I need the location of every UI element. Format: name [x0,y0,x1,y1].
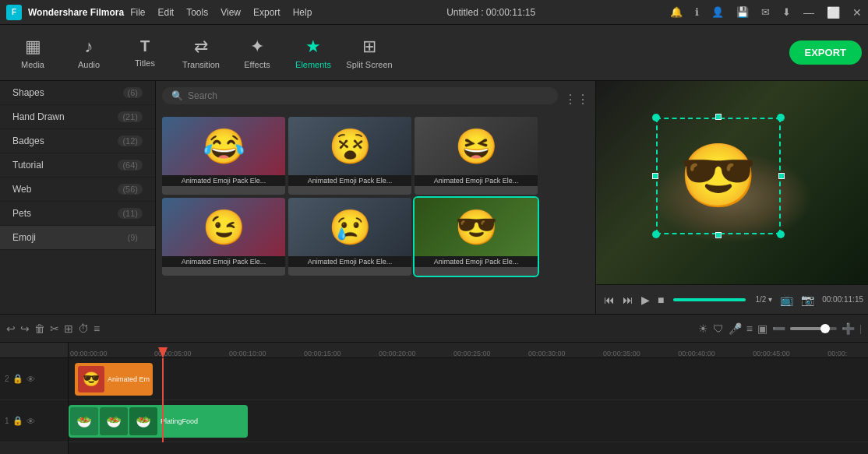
user-icon[interactable]: 👤 [711,6,724,18]
timeline: ↩ ↪ 🗑 ✂ ⊞ ⏱ ≡ ☀ 🛡 🎤 ≡ ▣ ➖ ➕ | 2 [0,314,868,454]
media-row-1: 😂 Animated Emoji Pack Ele... 😵 Animated … [162,117,589,195]
menu-export[interactable]: Export [253,7,281,18]
pip-button[interactable]: ▣ [757,322,767,335]
speed-button[interactable]: ⏱ [78,322,89,335]
track-2-controls: 2 🔒 👁 [0,358,68,400]
elements-label: Elements [295,60,331,69]
menu-view[interactable]: View [221,7,241,18]
ruler-mark-0: 00:00:00:00 [69,350,154,357]
project-title: Untitled : 00:00:11:15 [446,7,535,18]
elements-icon: ★ [305,37,321,57]
track-2-clip[interactable]: 😎 Animated Emoji [75,363,153,396]
grid-view-toggle[interactable]: ⋮⋮ [564,92,589,107]
toolbar-media[interactable]: ▦ Media [6,30,59,76]
media-item-3[interactable]: 😆 Animated Emoji Pack Ele... [415,117,538,195]
track-1-clip[interactable]: 🥗 🥗 🥗 PlatingFood [69,405,248,438]
preview-stop[interactable]: ■ [655,292,667,308]
ruler-mark-3: 00:00:15:00 [304,350,379,357]
menu-tools[interactable]: Tools [186,7,208,18]
category-shapes[interactable]: Shapes (6) [0,81,155,105]
category-badges-label: Badges [12,135,44,146]
toolbar-splitscreen[interactable]: ⊞ Split Screen [343,30,396,76]
ruler-mark-10: 00:00: [827,350,863,357]
track-2-clip-label: Animated Emoji [108,375,150,383]
export-button[interactable]: EXPORT [789,40,862,65]
media-item-1[interactable]: 😂 Animated Emoji Pack Ele... [162,117,285,195]
toolbar-elements[interactable]: ★ Elements [287,30,340,76]
app-name: Wondershare Filmora [28,7,124,18]
zoom-in-button[interactable]: ➕ [842,322,855,335]
audio-label: Audio [78,60,100,69]
mail-icon[interactable]: ✉ [761,6,770,18]
media-item-6[interactable]: 😎 Animated Emoji Pack Ele... [415,198,538,276]
category-badges[interactable]: Badges (12) [0,129,155,153]
media-item-4[interactable]: 😉 Animated Emoji Pack Ele... [162,198,285,276]
preview-progress-bar[interactable] [673,298,746,301]
preview-skip-back[interactable]: ⏮ [601,292,618,308]
ruler-mark-4: 00:00:20:00 [379,350,453,357]
redo-button[interactable]: ↪ [20,322,30,335]
category-web[interactable]: Web (56) [0,178,155,202]
save-icon[interactable]: 💾 [736,6,749,18]
category-handdrawn[interactable]: Hand Drawn (21) [0,105,155,129]
media-item-5-label: Animated Emoji Pack Ele... [288,256,411,267]
ruler-mark-7: 00:00:35:00 [603,350,678,357]
minimize-button[interactable]: — [803,6,814,19]
mic-button[interactable]: 🎤 [729,322,742,335]
undo-button[interactable]: ↩ [6,322,16,335]
timeline-separator: | [859,323,862,334]
toolbar-audio[interactable]: ♪ Audio [62,30,115,76]
toolbar-effects[interactable]: ✦ Effects [231,30,284,76]
track-1-lock[interactable]: 🔒 [12,416,23,426]
preview-play[interactable]: ▶ [638,292,653,308]
download-icon[interactable]: ⬇ [782,6,791,18]
toolbar-titles[interactable]: T Titles [118,30,171,76]
snap-button[interactable]: ☀ [698,322,708,335]
zoom-slider-container[interactable] [790,327,837,330]
category-shapes-label: Shapes [12,87,44,98]
shield-button[interactable]: 🛡 [713,322,724,335]
preview-speed[interactable]: 1/2 ▾ [752,294,775,305]
media-item-2[interactable]: 😵 Animated Emoji Pack Ele... [288,117,411,195]
crop-button[interactable]: ⊞ [64,322,73,335]
search-input[interactable] [188,90,549,101]
audio-adjust-button[interactable]: ≡ [94,322,100,335]
close-button[interactable]: ✕ [852,6,862,19]
category-handdrawn-label: Hand Drawn [12,111,65,122]
preview-snapshot[interactable]: 📷 [798,292,817,308]
ruler-mark-9: 00:00:45:00 [753,350,827,357]
category-emoji[interactable]: Emoji (9) [0,226,155,250]
category-emoji-label: Emoji [12,232,36,243]
category-handdrawn-count: (21) [118,111,143,122]
track-2: 😎 Animated Emoji [69,358,868,400]
zoom-out-button[interactable]: ➖ [772,322,785,335]
track-1-clip-label: PlatingFood [159,417,198,425]
notification-icon[interactable]: 🔔 [670,6,683,18]
toolbar-transition[interactable]: ⇄ Transition [175,30,228,76]
cut-button[interactable]: ✂ [50,322,59,335]
playhead [162,358,164,442]
preview-fullscreen[interactable]: 📺 [777,292,796,308]
media-item-3-label: Animated Emoji Pack Ele... [415,175,538,186]
timeline-toolbar: ↩ ↪ 🗑 ✂ ⊞ ⏱ ≡ ☀ 🛡 🎤 ≡ ▣ ➖ ➕ | [0,315,868,343]
track-1-visible[interactable]: 👁 [26,417,35,426]
track-2-lock[interactable]: 🔒 [12,374,23,384]
media-item-5[interactable]: 😢 Animated Emoji Pack Ele... [288,198,411,276]
media-item-4-label: Animated Emoji Pack Ele... [162,256,285,267]
info-icon[interactable]: ℹ [695,6,699,18]
maximize-button[interactable]: ⬜ [827,6,840,19]
delete-button[interactable]: 🗑 [34,322,45,335]
layers-button[interactable]: ≡ [746,322,753,335]
titlebar: F Wondershare Filmora File Edit Tools Vi… [0,0,868,25]
preview-frame-back[interactable]: ⏭ [619,292,637,308]
category-web-count: (56) [118,184,143,195]
menu-file[interactable]: File [130,7,145,18]
category-pets[interactable]: Pets (11) [0,202,155,226]
search-bar: 🔍 [162,87,558,104]
menu-edit[interactable]: Edit [157,7,174,18]
menu-help[interactable]: Help [293,7,312,18]
zoom-slider-thumb[interactable] [820,324,830,333]
category-tutorial[interactable]: Tutorial (64) [0,153,155,178]
preview-element[interactable]: 😎 [656,118,781,234]
track-2-visible[interactable]: 👁 [26,375,35,384]
